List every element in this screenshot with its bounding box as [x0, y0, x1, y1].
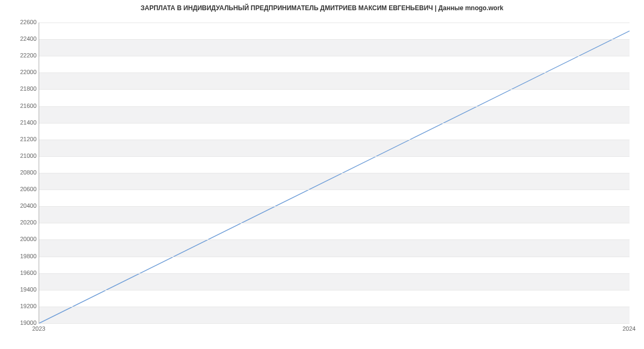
y-gridline — [39, 106, 630, 107]
y-tick-label: 20800 — [4, 169, 36, 176]
y-gridline — [39, 323, 630, 324]
y-gridline — [39, 223, 630, 223]
y-gridline — [39, 123, 630, 123]
y-tick-label: 19800 — [4, 253, 36, 259]
y-tick-label: 22400 — [4, 35, 36, 42]
y-tick-label: 21800 — [4, 85, 36, 92]
y-tick-label: 19000 — [4, 319, 36, 326]
y-gridline — [39, 290, 630, 290]
y-tick-label: 22000 — [4, 69, 36, 75]
y-gridline — [39, 273, 630, 274]
y-gridline — [39, 89, 630, 90]
y-tick-label: 21600 — [4, 103, 36, 109]
chart-title: ЗАРПЛАТА В ИНДИВИДУАЛЬНЫЙ ПРЕДПРИНИМАТЕЛ… — [0, 4, 644, 12]
data-line — [39, 31, 630, 323]
y-tick-label: 20000 — [4, 236, 36, 242]
chart-container: ЗАРПЛАТА В ИНДИВИДУАЛЬНЫЙ ПРЕДПРИНИМАТЕЛ… — [0, 0, 644, 349]
y-tick-label: 20400 — [4, 202, 36, 209]
y-tick-label: 22600 — [4, 19, 36, 25]
y-gridline — [39, 56, 630, 56]
y-gridline — [39, 173, 630, 173]
y-tick-label: 19200 — [4, 303, 36, 309]
y-tick-label: 20600 — [4, 186, 36, 192]
y-tick-label: 19400 — [4, 286, 36, 293]
y-tick-label: 20200 — [4, 219, 36, 226]
y-gridline — [39, 257, 630, 257]
y-gridline — [39, 156, 630, 157]
y-gridline — [39, 39, 630, 40]
y-gridline — [39, 72, 630, 73]
plot-area — [39, 23, 630, 324]
y-gridline — [39, 206, 630, 207]
y-tick-label: 21000 — [4, 152, 36, 159]
y-gridline — [39, 190, 630, 190]
y-tick-label: 22200 — [4, 52, 36, 59]
y-tick-label: 21400 — [4, 119, 36, 126]
y-tick-label: 19600 — [4, 270, 36, 276]
x-tick-label: 2023 — [32, 325, 45, 332]
y-gridline — [39, 307, 630, 307]
y-tick-label: 21200 — [4, 136, 36, 142]
y-gridline — [39, 23, 630, 23]
y-gridline — [39, 140, 630, 140]
x-tick-label: 2024 — [623, 325, 635, 332]
y-gridline — [39, 239, 630, 240]
